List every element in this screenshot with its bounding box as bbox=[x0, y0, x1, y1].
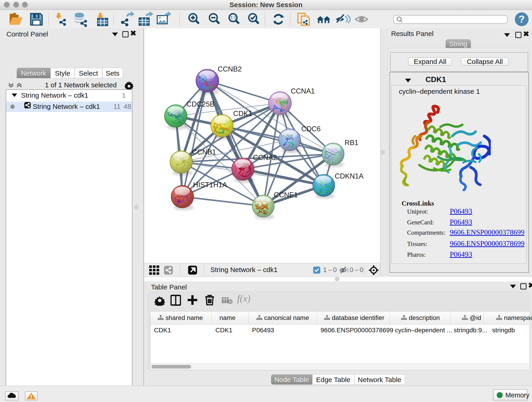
svg-text:CCNA2: CCNA2 bbox=[253, 153, 277, 162]
svg-text:CDK1: CDK1 bbox=[233, 109, 252, 118]
svg-text:CCNA1: CCNA1 bbox=[291, 87, 315, 95]
svg-text:CCNE1: CCNE1 bbox=[274, 191, 298, 199]
svg-text:CCNB2: CCNB2 bbox=[218, 65, 242, 73]
svg-text:CDKN1A: CDKN1A bbox=[335, 172, 364, 180]
svg-text:HIST1H1A: HIST1H1A bbox=[193, 181, 227, 189]
svg-text:RB1: RB1 bbox=[345, 139, 358, 147]
svg-text:CDC6: CDC6 bbox=[301, 125, 321, 133]
svg-text:CCNB1: CCNB1 bbox=[192, 148, 216, 156]
svg-text:CDC25B: CDC25B bbox=[186, 100, 215, 108]
